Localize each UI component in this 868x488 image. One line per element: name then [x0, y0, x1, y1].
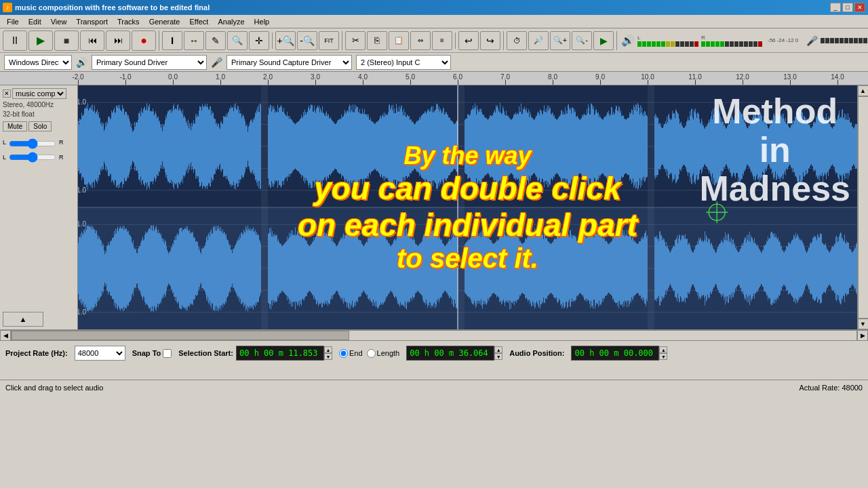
sel-start-down[interactable]: ▼	[324, 353, 332, 360]
bottom-controls: Project Rate (Hz): 48000 Snap To Selecti…	[0, 341, 868, 365]
sel-end-up[interactable]: ▲	[494, 346, 502, 353]
zoom4-button[interactable]: 🔍-	[572, 31, 592, 50]
audio-pos-spin: ▲ ▼	[659, 346, 667, 360]
timeline-ruler	[0, 72, 868, 85]
selection-start-label: Selection Start:	[178, 349, 233, 357]
multi-tool-button[interactable]: ✛	[249, 31, 269, 50]
window-controls[interactable]: _ □ ✕	[830, 3, 865, 12]
device-toolbar: Windows DirectSc 🔊 Primary Sound Driver …	[0, 53, 868, 72]
silence-button[interactable]: ≡	[432, 31, 452, 50]
menu-transport[interactable]: Transport	[72, 16, 112, 27]
close-button[interactable]: ✕	[854, 3, 865, 12]
main-area: ✕ music comp Stereo, 48000Hz 32-bit floa…	[0, 85, 868, 329]
vu-meter-left	[637, 41, 698, 47]
vu-meter-rec-left	[821, 38, 868, 43]
snap-to-checkbox[interactable]	[163, 349, 172, 358]
scroll-left-button[interactable]: ◀	[0, 330, 11, 341]
track-collapse-button[interactable]: ▲	[3, 312, 43, 327]
capture-device-select[interactable]: Primary Sound Capture Driver	[226, 55, 352, 70]
end-radio[interactable]	[339, 349, 348, 358]
audio-position-input[interactable]	[571, 346, 659, 361]
pan-control: L R	[3, 152, 75, 163]
pan-slider[interactable]	[9, 152, 56, 163]
mute-button[interactable]: Mute	[3, 121, 27, 131]
v-scroll-track[interactable]	[858, 96, 869, 319]
menu-effect[interactable]: Effect	[186, 16, 213, 27]
status-text-left: Click and drag to select audio	[5, 384, 103, 392]
menu-tracks[interactable]: Tracks	[113, 16, 144, 27]
length-radio-label[interactable]: Length	[367, 349, 400, 358]
length-radio[interactable]	[367, 349, 376, 358]
selection-end-input[interactable]	[406, 346, 494, 361]
skip-back-button[interactable]: ⏮	[80, 30, 104, 51]
menu-view[interactable]: View	[47, 16, 71, 27]
selection-start-input[interactable]	[236, 346, 324, 361]
scroll-up-button[interactable]: ▲	[858, 85, 869, 96]
track-name-select[interactable]: music comp	[12, 88, 66, 99]
playback-device-select[interactable]: Primary Sound Driver	[92, 55, 207, 70]
play2-button[interactable]: ▶	[593, 31, 614, 50]
snap-to-label: Snap To	[132, 349, 161, 357]
scroll-right-button[interactable]: ▶	[857, 330, 868, 341]
status-text-right: Actual Rate: 48000	[799, 384, 863, 392]
track-close-button[interactable]: ✕	[3, 89, 11, 98]
window-title: music composition with free software to …	[15, 3, 210, 12]
audio-host-select[interactable]: Windows DirectSc	[4, 55, 72, 70]
gain-control: L R	[3, 136, 75, 149]
envelope-tool-button[interactable]: ↔	[184, 31, 204, 50]
end-radio-label[interactable]: End	[339, 349, 363, 358]
pause-button[interactable]: ⏸	[3, 30, 27, 51]
solo-button[interactable]: Solo	[28, 121, 52, 131]
redo-button[interactable]: ↪	[480, 31, 500, 50]
horizontal-scrollbar[interactable]: ◀ ▶	[0, 329, 868, 340]
maximize-button[interactable]: □	[842, 3, 853, 12]
menu-analyze[interactable]: Analyze	[214, 16, 248, 27]
vertical-scrollbar[interactable]: ▲ ▼	[857, 85, 868, 329]
status-bar: Click and drag to select audio Actual Ra…	[0, 380, 868, 394]
zoom2-button[interactable]: 🔎	[528, 31, 549, 50]
input-channels-select[interactable]: 2 (Stereo) Input C	[356, 55, 451, 70]
speaker-icon: 🔊	[76, 57, 87, 68]
track-collapse-area: ▲	[3, 309, 75, 327]
scroll-down-button[interactable]: ▼	[858, 319, 869, 329]
audio-pos-up[interactable]: ▲	[659, 346, 667, 353]
draw-tool-button[interactable]: ✎	[205, 31, 226, 50]
zoom-out-button[interactable]: -🔍	[297, 31, 317, 50]
toolbar-separator2	[455, 33, 456, 49]
paste-button[interactable]: 📋	[389, 31, 409, 50]
selection-start-group: Selection Start: ▲ ▼	[178, 346, 332, 361]
project-rate-select[interactable]: 48000	[75, 346, 125, 361]
play-button[interactable]: ▶	[28, 30, 53, 51]
stop-button[interactable]: ■	[54, 30, 79, 51]
waveform-area[interactable]: By the way you can double click on each …	[78, 85, 857, 329]
sel-start-up[interactable]: ▲	[324, 346, 332, 353]
toolbar-separator	[272, 33, 273, 49]
copy-button[interactable]: ⎘	[367, 31, 387, 50]
fit-button[interactable]: FIT	[319, 31, 339, 50]
select-tool-button[interactable]: I	[162, 31, 182, 50]
vu-meter-right	[701, 41, 762, 47]
minimize-button[interactable]: _	[830, 3, 841, 12]
record-button[interactable]: ●	[132, 30, 156, 51]
skip-fwd-button[interactable]: ⏭	[106, 30, 130, 51]
undo-button[interactable]: ↩	[458, 31, 479, 50]
track-label-panel: ✕ music comp Stereo, 48000Hz 32-bit floa…	[0, 85, 78, 329]
h-scroll-thumb[interactable]	[12, 331, 349, 340]
cut-button[interactable]: ✂	[345, 31, 366, 50]
trim-button[interactable]: ⇔	[410, 31, 431, 50]
gain-slider[interactable]	[9, 138, 56, 149]
menu-edit[interactable]: Edit	[24, 16, 45, 27]
h-scroll-track[interactable]	[11, 330, 857, 341]
zoom-tool-button[interactable]: 🔍	[227, 31, 248, 50]
zoom3-button[interactable]: 🔍+	[550, 31, 570, 50]
sel-end-down[interactable]: ▼	[494, 353, 502, 360]
sync-button[interactable]: ⏱	[507, 31, 527, 50]
menu-file[interactable]: File	[3, 16, 23, 27]
menu-help[interactable]: Help	[250, 16, 274, 27]
title-bar: ♪ music composition with free software t…	[0, 0, 868, 15]
zoom-in-button[interactable]: +🔍	[275, 31, 296, 50]
menu-generate[interactable]: Generate	[145, 16, 184, 27]
track-label-top: ✕ music comp	[3, 88, 75, 99]
audio-pos-down[interactable]: ▼	[659, 353, 667, 360]
track-control-buttons: Mute Solo	[3, 121, 75, 131]
